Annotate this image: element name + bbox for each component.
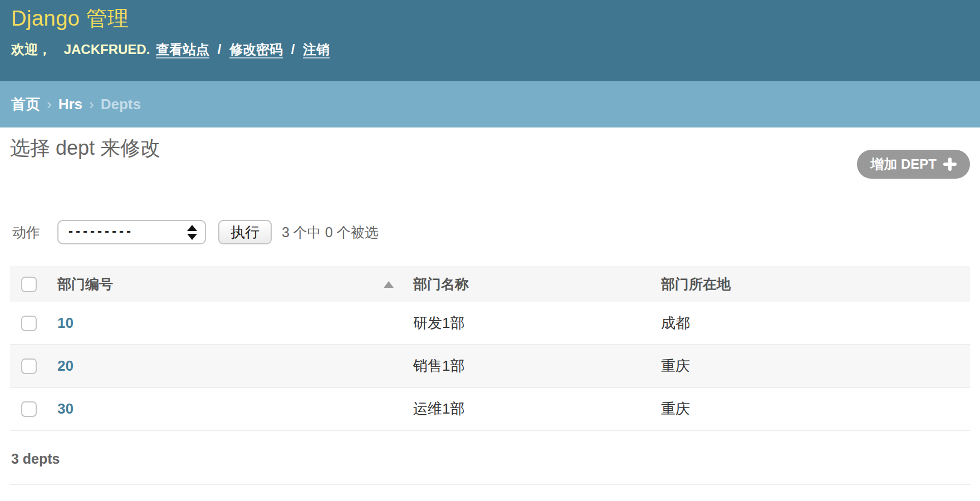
table-row: 10 研发1部 成都 [10,302,970,345]
table-row: 30 运维1部 重庆 [10,387,970,430]
header-checkbox-cell [10,266,46,302]
change-password-link[interactable]: 修改密码 [229,42,283,57]
column-header-dept-no[interactable]: 部门编号 [46,266,401,302]
changelist-content: 选择 dept 来修改 增加 DEPT 动作 --------- 执行 3 个中… [0,135,980,485]
view-site-link[interactable]: 查看站点 [156,42,209,57]
dept-name-cell: 研发1部 [401,302,652,345]
dept-link[interactable]: 20 [57,357,74,374]
title-row: 选择 dept 来修改 增加 DEPT [10,135,970,179]
breadcrumb-separator: › [47,96,52,113]
plus-icon [943,158,957,171]
breadcrumb-app-hrs[interactable]: Hrs [58,96,82,113]
breadcrumb: 首页 › Hrs › Depts [0,81,980,127]
welcome-text: 欢迎， [11,42,51,57]
depts-table: 部门编号 部门名称 部门所在地 10 研发1部 成都 20 销售1部 重庆 [10,266,970,431]
actions-bar: 动作 --------- 执行 3 个中 0 个被选 [10,220,970,244]
table-row: 20 销售1部 重庆 [10,345,970,387]
dept-location-cell: 成都 [652,302,970,345]
logout-link[interactable]: 注销 [303,42,330,57]
go-button[interactable]: 执行 [218,220,272,244]
dept-location-cell: 重庆 [652,345,970,387]
dept-link[interactable]: 10 [57,315,74,331]
sort-ascending-icon[interactable] [384,281,394,288]
page-title: 选择 dept 来修改 [10,135,160,161]
dept-location-cell: 重庆 [652,387,970,430]
column-header-dept-name[interactable]: 部门名称 [401,266,652,302]
add-dept-button[interactable]: 增加 DEPT [857,150,970,179]
actions-label: 动作 [12,223,40,242]
row-checkbox[interactable] [21,358,37,374]
breadcrumb-home[interactable]: 首页 [11,95,40,114]
row-checkbox[interactable] [21,401,37,417]
select-all-checkbox[interactable] [21,277,37,292]
link-separator: / [291,42,295,57]
select-stepper-icon [187,225,197,240]
user-tools: 欢迎， JACKFRUED. 查看站点 / 修改密码 / 注销 [11,41,969,58]
dept-link[interactable]: 30 [57,400,74,417]
link-separator: / [218,42,222,57]
table-header-row: 部门编号 部门名称 部门所在地 [10,266,970,302]
app-header: Django 管理 欢迎， JACKFRUED. 查看站点 / 修改密码 / 注… [0,0,980,81]
dept-name-cell: 销售1部 [401,345,652,387]
action-select-value: --------- [68,223,134,239]
column-header-dept-location[interactable]: 部门所在地 [652,266,970,302]
paginator: 3 depts [10,431,970,485]
breadcrumb-separator: › [89,96,94,113]
breadcrumb-current: Depts [101,96,141,113]
dept-name-cell: 运维1部 [401,387,652,430]
username: JACKFRUED. [64,42,150,57]
row-checkbox[interactable] [21,316,37,331]
site-title[interactable]: Django 管理 [11,6,969,32]
add-dept-button-label: 增加 DEPT [870,155,937,173]
selection-counter: 3 个中 0 个被选 [282,223,379,242]
action-select[interactable]: --------- [57,220,206,244]
